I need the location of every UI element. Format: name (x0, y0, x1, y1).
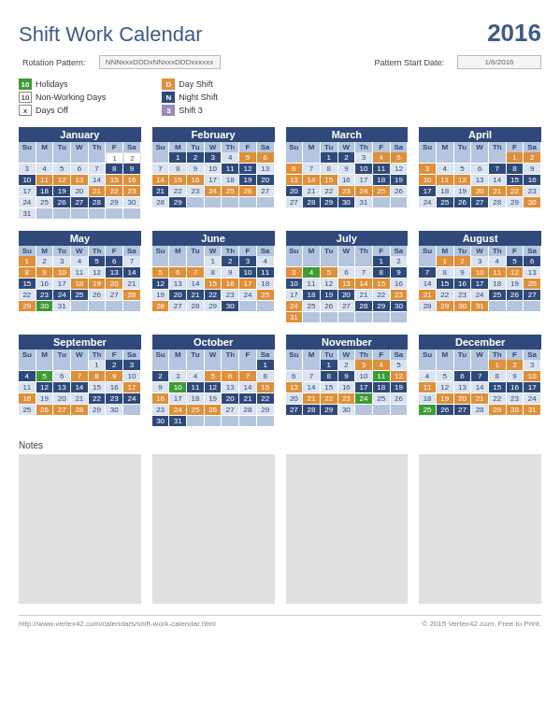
calendar-cell: 5 (239, 152, 257, 164)
dow-header: F (106, 246, 123, 256)
start-date-input[interactable]: 1/8/2016 (457, 55, 541, 69)
calendar-cell: 12 (507, 267, 524, 278)
calendar-cell: 28 (187, 301, 205, 312)
calendar-cell-empty (489, 152, 507, 164)
dow-header: W (338, 142, 356, 152)
legend-label: Days Off (36, 106, 68, 115)
dow-header: F (239, 142, 257, 152)
calendar-cell: 7 (123, 256, 141, 267)
calendar-cell: 27 (53, 405, 71, 416)
calendar-cell: 30 (338, 197, 356, 208)
calendar-cell: 25 (71, 290, 89, 301)
calendar-cell: 11 (373, 371, 391, 382)
calendar-cell-empty (373, 312, 391, 323)
calendar-cell: 1 (19, 256, 36, 267)
footer: http://www.vertex42.com/calendars/shift-… (19, 615, 541, 628)
calendar-cell: 6 (471, 164, 489, 175)
dow-header: W (338, 350, 356, 360)
calendar-cell-empty (53, 208, 71, 220)
dow-header: Su (152, 142, 170, 152)
notes-box[interactable] (286, 454, 409, 604)
dow-header: M (169, 350, 187, 360)
calendar-cell: 13 (71, 175, 89, 186)
calendar-cell: 11 (303, 278, 321, 290)
calendar-cell: 8 (321, 371, 338, 382)
calendar-cell-empty (419, 152, 437, 164)
year: 2016 (487, 19, 541, 48)
legend-label: Day Shift (179, 79, 213, 89)
rotation-input[interactable]: NNNxxxDDDxNNxxxDDDxxxxxx (99, 55, 221, 69)
calendar-cell: 17 (19, 186, 36, 197)
controls-row: Rotation Pattern: NNNxxxDDDxNNxxxDDDxxxx… (19, 55, 541, 69)
calendar-cell: 28 (355, 301, 373, 312)
calendar-cell: 28 (419, 301, 437, 312)
calendar-cell: 28 (89, 197, 107, 208)
calendar-cell: 14 (303, 382, 321, 393)
notes-box[interactable] (19, 454, 141, 604)
calendar-cell: 2 (36, 256, 54, 267)
calendar-cell-empty (355, 405, 373, 416)
calendar-cell-empty (507, 301, 524, 312)
calendar-cell: 14 (71, 382, 89, 393)
footer-url: http://www.vertex42.com/calendars/shift-… (19, 620, 216, 628)
legend-item: 3Shift 3 (162, 105, 218, 116)
dow-header: Sa (123, 246, 141, 256)
calendar-cell: 24 (205, 186, 223, 197)
calendar-cell: 7 (355, 267, 373, 278)
calendar-cell: 8 (373, 267, 391, 278)
dow-header: Th (489, 142, 507, 152)
calendar-cell: 3 (355, 360, 373, 371)
dow-header: M (437, 142, 454, 152)
calendar-cell: 23 (123, 186, 141, 197)
dow-header: Tu (454, 246, 472, 256)
calendar-cell: 15 (437, 278, 454, 290)
dow-header: Tu (53, 246, 71, 256)
dow-header: Sa (524, 246, 541, 256)
dow-header: Sa (257, 350, 275, 360)
calendar-cell: 19 (321, 290, 338, 301)
calendar-cell: 1 (169, 152, 187, 164)
notes-box[interactable] (419, 454, 541, 604)
dow-header: Tu (53, 142, 71, 152)
calendar-cell: 6 (169, 267, 187, 278)
calendar-cell-empty (36, 360, 54, 371)
month-name: December (419, 335, 541, 350)
dow-header: Th (222, 142, 239, 152)
dow-header: Su (419, 350, 437, 360)
calendar-cell: 27 (71, 197, 89, 208)
calendar-cell-empty (71, 152, 89, 164)
calendar-cell: 15 (89, 382, 107, 393)
dow-header: M (437, 350, 454, 360)
calendar-cell: 24 (239, 290, 257, 301)
calendar-cell: 31 (19, 208, 36, 220)
calendar-cell: 18 (71, 278, 89, 290)
calendar-cell: 25 (437, 197, 454, 208)
calendar-cell: 27 (524, 290, 541, 301)
calendar-cell: 29 (373, 301, 391, 312)
calendar-cell: 2 (338, 152, 356, 164)
calendar-cell: 2 (106, 360, 123, 371)
calendar-cell: 8 (489, 371, 507, 382)
calendar-cell: 11 (437, 175, 454, 186)
calendar-cell: 26 (205, 405, 223, 416)
legend-item: 10Non-Working Days (19, 92, 106, 103)
calendar-cell: 29 (169, 197, 187, 208)
calendar-cell: 13 (286, 175, 304, 186)
dow-header: F (507, 142, 524, 152)
calendar-cell-empty (338, 256, 356, 267)
calendar-cell: 3 (524, 360, 541, 371)
calendar-cell: 15 (507, 175, 524, 186)
dow-header: F (373, 246, 391, 256)
dow-header: M (169, 142, 187, 152)
calendar-cell: 21 (239, 393, 257, 405)
legend-swatch: D (162, 79, 175, 90)
calendar-cell: 16 (338, 175, 356, 186)
notes-box[interactable] (152, 454, 275, 604)
dow-header: Tu (53, 350, 71, 360)
calendar-cell: 16 (187, 175, 205, 186)
calendar-cell-empty (89, 301, 107, 312)
dow-header: Su (19, 246, 36, 256)
legend-swatch: N (162, 92, 175, 103)
calendar-cell: 28 (303, 405, 321, 416)
calendar-cell: 15 (106, 175, 123, 186)
